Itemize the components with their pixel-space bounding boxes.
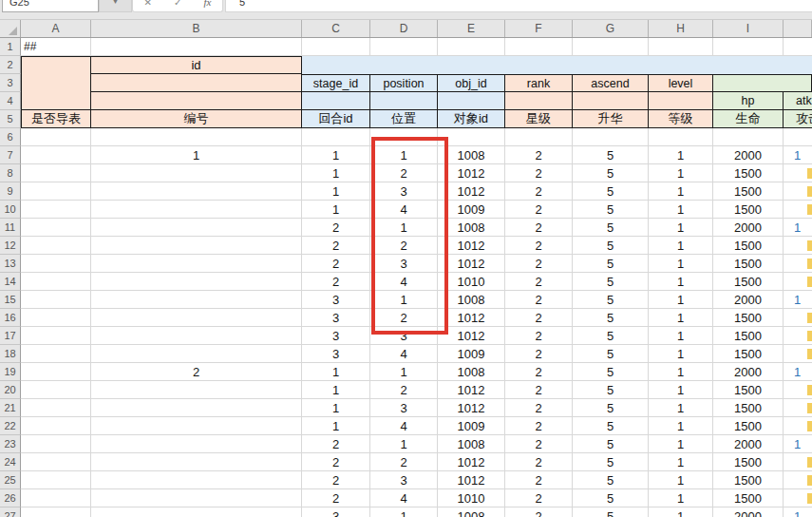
cell-B10[interactable] [91, 201, 302, 219]
cell-C26[interactable]: 2 [302, 489, 370, 507]
header-cell-f3[interactable]: rank [505, 74, 573, 92]
cell-G19[interactable]: 5 [573, 363, 649, 381]
header-cell-e5[interactable]: 对象id [438, 110, 505, 128]
cell-A23[interactable] [21, 435, 91, 453]
cell-J10[interactable] [784, 201, 812, 219]
cell-F15[interactable]: 2 [505, 291, 573, 309]
row-header-1[interactable]: 1 [0, 38, 21, 56]
name-box-dropdown[interactable]: ▼ [99, 0, 132, 12]
cell-J11[interactable]: 1 [784, 219, 812, 237]
cell-G25[interactable]: 5 [573, 471, 649, 489]
cell-A8[interactable] [21, 164, 91, 182]
cell-I26[interactable]: 1500 [713, 489, 784, 507]
header-cell-i3-j3[interactable] [713, 74, 812, 92]
header-cell-h5[interactable]: 等级 [649, 110, 713, 128]
cell-B27[interactable] [91, 507, 302, 517]
cell-B6[interactable] [91, 128, 302, 146]
header-cell-i4[interactable]: hp [713, 92, 784, 110]
cell-F26[interactable]: 2 [505, 489, 573, 507]
cell-G1[interactable] [573, 38, 649, 56]
cell-H8[interactable]: 1 [649, 164, 713, 182]
cell-B14[interactable] [91, 273, 302, 291]
cell-J8[interactable] [784, 164, 812, 182]
cell-H12[interactable]: 1 [649, 237, 713, 255]
cell-J14[interactable] [784, 273, 812, 291]
cell-H21[interactable]: 1 [649, 399, 713, 417]
header-cell-e4[interactable] [438, 92, 505, 110]
cell-H14[interactable]: 1 [649, 273, 713, 291]
cell-A16[interactable] [21, 309, 91, 327]
column-header-G[interactable]: G [573, 19, 649, 37]
cell-H19[interactable]: 1 [649, 363, 713, 381]
cell-A10[interactable] [21, 201, 91, 219]
cell-J27[interactable]: 1 [784, 507, 812, 517]
cell-I6[interactable] [713, 128, 784, 146]
cell-I9[interactable]: 1500 [713, 182, 784, 201]
header-cell-c4[interactable] [302, 92, 370, 110]
cell-C6[interactable] [302, 128, 370, 146]
cell-C15[interactable]: 3 [302, 291, 370, 309]
cell-G26[interactable]: 5 [573, 489, 649, 507]
cell-D25[interactable]: 3 [370, 471, 438, 489]
cell-C22[interactable]: 1 [302, 417, 370, 435]
cell-H20[interactable]: 1 [649, 381, 713, 399]
cell-A7[interactable] [21, 146, 91, 164]
cell-H9[interactable]: 1 [649, 182, 713, 201]
cell-G12[interactable]: 5 [573, 237, 649, 255]
cell-B22[interactable] [91, 417, 302, 435]
cell-H11[interactable]: 1 [649, 219, 713, 237]
cell-J15[interactable]: 1 [784, 291, 812, 309]
cell-B15[interactable] [91, 291, 302, 309]
row-header-25[interactable]: 25 [0, 471, 21, 489]
cell-C8[interactable]: 1 [302, 164, 370, 182]
cell-B8[interactable] [91, 164, 302, 182]
row-header-4[interactable]: 4 [0, 92, 21, 110]
cell-G15[interactable]: 5 [573, 291, 649, 309]
cell-I7[interactable]: 2000 [713, 146, 784, 164]
cell-C27[interactable]: 3 [302, 507, 370, 517]
cell-G13[interactable]: 5 [573, 255, 649, 273]
cell-G6[interactable] [573, 128, 649, 146]
cell-H15[interactable]: 1 [649, 291, 713, 309]
cell-I18[interactable]: 1500 [713, 345, 784, 363]
column-header-D[interactable]: D [370, 19, 438, 37]
cell-B9[interactable] [91, 182, 302, 201]
cell-I1[interactable] [713, 38, 784, 56]
cell-B7[interactable]: 1 [91, 146, 302, 164]
cell-B17[interactable] [91, 327, 302, 345]
header-band-row2[interactable] [302, 56, 812, 74]
cell-I23[interactable]: 2000 [713, 435, 784, 453]
row-header-13[interactable]: 13 [0, 255, 21, 273]
cell-A13[interactable] [21, 255, 91, 273]
insert-function-icon[interactable]: fx [203, 0, 211, 11]
cell-J23[interactable]: 1 [784, 435, 812, 453]
cell-B20[interactable] [91, 381, 302, 399]
cell-I10[interactable]: 1500 [713, 201, 784, 219]
cell-H10[interactable]: 1 [649, 201, 713, 219]
cell-A1[interactable]: ## [21, 38, 91, 56]
cell-D18[interactable]: 4 [370, 345, 438, 363]
row-header-2[interactable]: 2 [0, 56, 21, 74]
cell-E19[interactable]: 1008 [438, 363, 505, 381]
cell-A20[interactable] [21, 381, 91, 399]
cell-I16[interactable]: 1500 [713, 309, 784, 327]
row-header-15[interactable]: 15 [0, 291, 21, 309]
cell-A18[interactable] [21, 345, 91, 363]
header-cell-d5[interactable]: 位置 [370, 110, 438, 128]
cell-J24[interactable] [784, 453, 812, 471]
cell-G11[interactable]: 5 [573, 219, 649, 237]
cell-G16[interactable]: 5 [573, 309, 649, 327]
row-header-23[interactable]: 23 [0, 435, 21, 453]
cell-F17[interactable]: 2 [505, 327, 573, 345]
cell-J13[interactable] [784, 255, 812, 273]
row-header-6[interactable]: 6 [0, 128, 21, 146]
cell-D19[interactable]: 1 [370, 363, 438, 381]
header-cell-a2-a4[interactable] [21, 56, 91, 110]
cell-C1[interactable] [302, 38, 370, 56]
header-cell-d3[interactable]: position [370, 74, 438, 92]
cell-I19[interactable]: 2000 [713, 363, 784, 381]
cell-A15[interactable] [21, 291, 91, 309]
select-all-corner[interactable] [0, 19, 21, 37]
cell-C14[interactable]: 2 [302, 273, 370, 291]
cell-H17[interactable]: 1 [649, 327, 713, 345]
